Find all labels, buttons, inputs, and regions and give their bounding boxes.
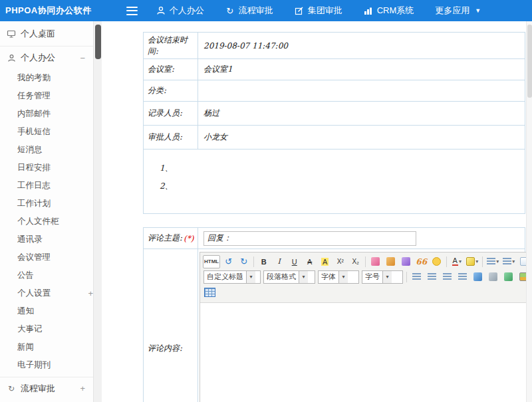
field-label-cell: 会议室: [144,59,198,80]
chevron-down-icon: ▾ [475,258,478,264]
sidebar-item-personal-desktop[interactable]: 个人桌面 [0,21,93,47]
sidebar-item-label: 个人桌面 [21,28,55,40]
process-icon: ↻ [7,384,16,393]
sidebar-item-announcement[interactable]: 公告 [0,266,93,284]
sidebar-item-personal-files[interactable]: 个人文件柜 [0,213,93,231]
align-center-button[interactable] [425,270,439,284]
table-row: 分类: [144,80,525,102]
sidebar-scrollbar[interactable] [93,21,102,402]
strikethrough-button[interactable]: A [303,255,317,268]
heading-dropdown[interactable]: 自定义标题▾ [203,270,261,284]
nav-crm-system[interactable]: CRM系统 [364,5,414,17]
align-right-icon [443,273,452,280]
align-right-button[interactable] [440,270,454,284]
align-justify-button[interactable] [456,270,469,284]
unordered-list-button[interactable]: ▾ [501,255,516,268]
font-color-icon: A [452,257,458,266]
rich-text-editor: HTML ↺ ↻ B I U A A X² X₂ [200,252,526,402]
table-row: 会议结束时间: 2019-08-07 11:47:00 [144,33,525,59]
chevron-down-icon: ▾ [459,258,462,264]
magic-wand-icon [402,257,410,266]
collapse-icon[interactable]: − [80,53,85,63]
nav-more-apps[interactable]: 更多应用 ▼ [435,5,481,17]
emoticon-button[interactable] [430,255,444,268]
sidebar-item-major-events[interactable]: 大事记 [0,320,93,338]
sidebar-item-label: 个人设置 [17,288,51,299]
superscript-button[interactable]: X² [333,255,347,268]
sidebar-item-task-management[interactable]: 任务管理 [0,87,93,105]
ordered-list-button[interactable]: ▾ [485,255,500,268]
sidebar-item-work-plan[interactable]: 工作计划 [0,195,93,213]
editor-content-area[interactable] [200,303,526,402]
field-value: 杨过 [203,108,219,119]
blockquote-button[interactable]: 66 [414,255,428,268]
sidebar-item-e-journal[interactable]: 电子期刊 [0,356,93,374]
sidebar-group-personal-office[interactable]: 个人办公 − [0,47,93,69]
paragraph-format-dropdown[interactable]: 段落格式▾ [263,270,315,284]
sidebar-item-label: 短消息 [17,144,43,155]
font-size-dropdown[interactable]: 字号▾ [362,270,403,284]
anchor-button[interactable] [501,270,515,284]
comment-form-table: 评论主题: (*) 评论内容: HTML ↺ ↻ [143,227,525,402]
brush-icon [386,257,395,266]
nav-workflow-approval[interactable]: ↻ 流程审批 [225,5,273,17]
format-painter-button[interactable] [384,255,398,268]
nav-label: 流程审批 [239,5,273,17]
auto-format-button[interactable] [399,255,413,268]
font-color-button[interactable]: A▾ [450,255,464,268]
nav-personal-office[interactable]: 个人办公 [156,5,204,17]
toolbar-separator [446,256,447,267]
bold-button[interactable]: B [257,255,271,268]
table-row: 审批人员: 小龙女 [144,126,525,150]
comment-subject-label: 评论主题: [148,233,182,244]
sidebar-item-personal-settings[interactable]: 个人设置 + [0,284,93,302]
sidebar-item-schedule[interactable]: 日程安排 [0,159,93,177]
subscript-button[interactable]: X₂ [348,255,362,268]
chevron-down-icon: ▼ [475,7,481,14]
sidebar-item-notification[interactable]: 通知 [0,302,93,320]
insert-table-button[interactable] [203,286,217,299]
sidebar-item-meeting-management[interactable]: 会议管理 [0,249,93,266]
new-page-button[interactable] [517,255,526,268]
expand-icon[interactable]: + [80,383,85,393]
align-left-button[interactable] [410,270,424,284]
text-background-button[interactable]: A [318,255,332,268]
sidebar-item-sms[interactable]: 手机短信 [0,123,93,141]
underline-button[interactable]: U [287,255,301,268]
field-value-cell [198,80,525,101]
italic-button[interactable]: I [272,255,286,268]
chevron-down-icon: ▾ [338,271,348,283]
sidebar-item-news[interactable]: 新闻 [0,338,93,356]
expand-icon[interactable]: + [88,288,93,298]
dropdown-value: 字号 [362,272,382,282]
sidebar-group-workflow-approval[interactable]: ↻ 流程审批 + [0,377,93,399]
font-family-dropdown[interactable]: 字体▾ [318,270,359,284]
field-label-cell: 评论主题: (*) [144,228,198,249]
table-icon [204,288,215,297]
sidebar-item-my-attendance[interactable]: 我的考勤 [0,69,93,87]
main-scrollbar-thumb[interactable] [527,25,532,98]
dropdown-value: 段落格式 [264,272,299,282]
insert-image-button[interactable] [517,270,526,284]
sidebar-item-work-diary[interactable]: 工作日志 [0,177,93,195]
redo-button[interactable]: ↻ [237,255,251,268]
sidebar-item-short-message[interactable]: 短消息 [0,141,93,159]
link-button[interactable] [471,270,485,284]
remove-format-button[interactable] [368,255,382,268]
nav-group-approval[interactable]: 集团审批 [295,5,342,17]
field-value-cell: 2019-08-07 11:47:00 [198,33,525,58]
unlink-button[interactable] [486,270,500,284]
sidebar-item-internal-mail[interactable]: 内部邮件 [0,105,93,123]
sidebar-item-label: 电子期刊 [17,359,51,371]
sidebar-scrollbar-thumb[interactable] [95,25,101,59]
highlight-color-button[interactable]: ▾ [465,255,479,268]
sidebar-item-label: 通知 [17,306,34,317]
undo-button[interactable]: ↺ [221,255,235,268]
html-source-button[interactable]: HTML [203,255,220,268]
highlight-icon: A [321,258,329,266]
hamburger-menu-icon[interactable] [126,7,138,15]
comment-subject-input[interactable] [203,231,416,246]
main-scrollbar[interactable] [526,21,532,402]
sidebar-item-contacts[interactable]: 通讯录 [0,231,93,249]
comment-content-label: 评论内容: [148,343,182,354]
